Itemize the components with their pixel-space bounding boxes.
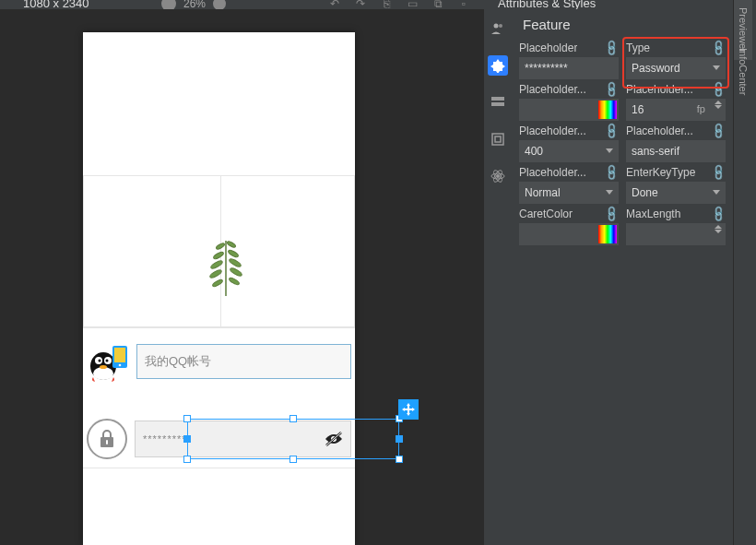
unit-label: fp bbox=[697, 103, 705, 114]
svg-rect-18 bbox=[114, 348, 125, 362]
svg-rect-21 bbox=[106, 440, 108, 444]
section-title: Feature bbox=[519, 17, 726, 32]
link-icon[interactable]: 🔗 bbox=[602, 80, 621, 100]
layers-icon[interactable]: ▭ bbox=[405, 0, 419, 9]
chevron-down-icon bbox=[606, 148, 613, 153]
export-icon[interactable]: ⎘ bbox=[379, 0, 394, 9]
redo-icon[interactable]: ↷ bbox=[353, 0, 368, 9]
prop-type-select[interactable]: Password bbox=[626, 57, 726, 79]
svg-point-5 bbox=[229, 257, 242, 267]
svg-point-19 bbox=[119, 364, 122, 367]
prop-placeholder-weight-select[interactable]: 400 bbox=[519, 140, 619, 162]
prop-enterkeytype-select[interactable]: Done bbox=[626, 182, 726, 204]
lock-icon bbox=[87, 419, 127, 459]
svg-point-25 bbox=[494, 24, 499, 29]
settings-icon[interactable]: ▫ bbox=[456, 0, 471, 9]
prop-caretcolor-label: CaretColor bbox=[519, 207, 573, 220]
account-input[interactable]: 我的QQ帐号 bbox=[136, 344, 351, 379]
panel-tab-layout-icon[interactable] bbox=[488, 92, 508, 113]
svg-point-11 bbox=[93, 367, 113, 380]
zoom-value: 26% bbox=[183, 0, 206, 9]
move-handle[interactable] bbox=[398, 399, 419, 420]
panel-tab-feature-icon[interactable] bbox=[488, 55, 508, 76]
panel-tab-box-icon[interactable] bbox=[488, 129, 508, 149]
zoom-plus-icon[interactable] bbox=[213, 0, 226, 9]
link-icon[interactable]: 🔗 bbox=[602, 39, 621, 58]
prop-placeholder: Placeholder 🔗 ********** bbox=[519, 41, 619, 79]
duplicate-icon[interactable]: ⧉ bbox=[431, 0, 445, 9]
svg-rect-28 bbox=[491, 102, 504, 106]
prop-placeholder-size-label: Placeholder... bbox=[626, 83, 693, 96]
svg-rect-27 bbox=[491, 97, 504, 101]
svg-rect-30 bbox=[495, 136, 501, 142]
prop-placeholder-label: Placeholder bbox=[519, 41, 577, 54]
device-frame: 我的QQ帐号 ********** bbox=[83, 32, 355, 545]
prop-type: Type 🔗 Password bbox=[626, 41, 726, 79]
link-icon[interactable]: 🔗 bbox=[709, 205, 728, 224]
prop-placeholder-family-input[interactable]: sans-serif bbox=[626, 140, 726, 162]
qq-avatar-icon bbox=[87, 340, 129, 383]
canvas-area[interactable]: 我的QQ帐号 ********** bbox=[0, 9, 484, 545]
prop-placeholder-size-input[interactable]: 16 fp bbox=[626, 99, 726, 121]
resize-handle-e[interactable] bbox=[396, 435, 403, 443]
prop-placeholder-family-label: Placeholder... bbox=[626, 124, 693, 137]
panel-title: Attributes & Styles bbox=[498, 0, 596, 9]
prop-placeholder-color-label: Placeholder... bbox=[519, 83, 586, 96]
divider bbox=[83, 468, 355, 468]
color-swatch-icon[interactable] bbox=[598, 225, 617, 243]
svg-point-7 bbox=[230, 267, 243, 277]
link-icon[interactable]: 🔗 bbox=[602, 163, 621, 183]
zoom-minus-icon[interactable] bbox=[161, 0, 176, 9]
svg-rect-29 bbox=[492, 134, 503, 145]
link-icon[interactable]: 🔗 bbox=[709, 39, 728, 58]
link-icon[interactable]: 🔗 bbox=[709, 122, 728, 141]
account-placeholder: 我的QQ帐号 bbox=[145, 353, 211, 370]
link-icon[interactable]: 🔗 bbox=[602, 205, 621, 224]
plant-image bbox=[204, 231, 248, 296]
svg-point-14 bbox=[99, 360, 101, 362]
prop-placeholder-weight: Placeholder... 🔗 400 bbox=[519, 124, 619, 162]
link-icon[interactable]: 🔗 bbox=[709, 80, 728, 100]
prop-placeholder-style-select[interactable]: Normal bbox=[519, 182, 619, 204]
svg-point-1 bbox=[227, 241, 237, 248]
properties-panel: Feature Placeholder 🔗 ********** Type 🔗 … bbox=[512, 9, 733, 545]
account-row: 我的QQ帐号 bbox=[87, 338, 351, 385]
password-masked-text: ********** bbox=[143, 433, 192, 444]
tab-infocenter[interactable]: InfoCenter bbox=[734, 41, 752, 102]
zoom-control[interactable]: 26% bbox=[161, 0, 226, 9]
svg-point-15 bbox=[106, 360, 109, 362]
right-dock: Previewer InfoCenter bbox=[733, 0, 756, 545]
svg-point-6 bbox=[209, 268, 223, 278]
prop-placeholder-input[interactable]: ********** bbox=[519, 57, 619, 79]
stepper-icon[interactable] bbox=[715, 225, 722, 233]
layout-box bbox=[83, 175, 355, 327]
canvas-dimensions: 1080 x 2340 bbox=[23, 0, 89, 9]
svg-point-31 bbox=[496, 174, 500, 178]
svg-point-4 bbox=[210, 259, 224, 269]
resize-handle-ne[interactable] bbox=[396, 415, 403, 422]
password-row: ********** bbox=[87, 416, 351, 462]
prop-caretcolor: CaretColor 🔗 bbox=[519, 207, 619, 245]
prop-placeholder-color-input[interactable] bbox=[519, 99, 619, 121]
color-swatch-icon[interactable] bbox=[598, 101, 617, 119]
undo-icon[interactable]: ↶ bbox=[327, 0, 342, 9]
prop-maxlength-input[interactable] bbox=[626, 223, 726, 245]
stepper-icon[interactable] bbox=[715, 101, 722, 109]
svg-point-8 bbox=[212, 278, 224, 288]
password-input[interactable]: ********** bbox=[135, 421, 351, 457]
panel-tab-people-icon[interactable] bbox=[488, 18, 508, 39]
prop-placeholder-weight-label: Placeholder... bbox=[519, 124, 586, 137]
resize-handle-se[interactable] bbox=[396, 456, 403, 463]
link-icon[interactable]: 🔗 bbox=[602, 122, 621, 141]
panel-category-strip bbox=[484, 9, 512, 545]
prop-maxlength: MaxLength 🔗 bbox=[626, 207, 726, 245]
link-icon[interactable]: 🔗 bbox=[709, 163, 728, 183]
top-toolbar: 1080 x 2340 26% ↶ ↷ ⎘ ▭ ⧉ ▫ Attributes &… bbox=[0, 0, 756, 9]
chevron-down-icon bbox=[713, 190, 720, 195]
svg-point-2 bbox=[213, 251, 225, 260]
prop-caretcolor-input[interactable] bbox=[519, 223, 619, 245]
prop-placeholder-style: Placeholder... 🔗 Normal bbox=[519, 166, 619, 204]
panel-tab-atom-icon[interactable] bbox=[488, 166, 508, 186]
visibility-off-icon[interactable] bbox=[324, 430, 344, 451]
prop-placeholder-color: Placeholder... 🔗 bbox=[519, 83, 619, 121]
